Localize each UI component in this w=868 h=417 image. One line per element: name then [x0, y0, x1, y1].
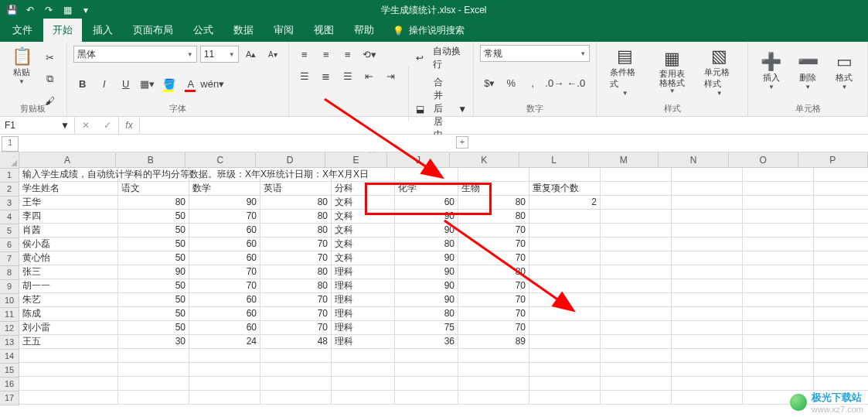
- cell-A9[interactable]: 胡一一: [19, 279, 118, 293]
- cell-E12[interactable]: 理科: [332, 321, 395, 335]
- align-left-icon[interactable]: ☰: [295, 67, 314, 85]
- column-header-B[interactable]: B: [116, 152, 186, 168]
- cell-M14[interactable]: [601, 349, 672, 363]
- border-button[interactable]: ▦▾: [138, 75, 157, 94]
- row-header-12[interactable]: 12: [0, 322, 19, 336]
- cut-icon[interactable]: ✂: [40, 48, 59, 67]
- cell-P10[interactable]: [814, 293, 868, 307]
- cell-B4[interactable]: 50: [118, 210, 189, 224]
- cell-O5[interactable]: [743, 224, 814, 238]
- percent-format-icon[interactable]: %: [502, 74, 520, 93]
- cell-A5[interactable]: 肖茜: [19, 224, 118, 238]
- row-header-10[interactable]: 10: [0, 294, 19, 308]
- cell-K8[interactable]: 80: [458, 265, 529, 279]
- cell-E13[interactable]: 理科: [332, 335, 395, 349]
- align-bottom-icon[interactable]: ≡: [339, 45, 357, 63]
- cell-O7[interactable]: [743, 251, 814, 265]
- cell-B6[interactable]: 50: [118, 238, 189, 251]
- cell-D9[interactable]: 80: [260, 279, 332, 293]
- outline-level-1[interactable]: 1: [2, 136, 19, 152]
- cell-C12[interactable]: 60: [189, 321, 260, 335]
- cell-C6[interactable]: 60: [189, 238, 260, 251]
- cell-A3[interactable]: 王华: [19, 196, 118, 210]
- cell-K11[interactable]: 70: [458, 307, 529, 321]
- cell-D14[interactable]: [260, 349, 332, 363]
- tab-view[interactable]: 视图: [305, 19, 343, 42]
- cell-K7[interactable]: 70: [458, 251, 529, 265]
- cell-N1[interactable]: [672, 168, 743, 182]
- fill-color-button[interactable]: 🪣: [160, 75, 179, 94]
- format-as-table-button[interactable]: ▦ 套用表格格式▼: [657, 47, 688, 94]
- cell-B14[interactable]: [118, 349, 189, 363]
- cell-L9[interactable]: [529, 279, 601, 293]
- cell-A1[interactable]: 输入学生成绩，自动统计学科的平均分等数据。班级：X年X班统计日期：X年X月X日: [19, 168, 118, 182]
- cell-C14[interactable]: [189, 349, 260, 363]
- cell-K12[interactable]: 70: [458, 321, 529, 335]
- cell-B16[interactable]: [118, 377, 189, 391]
- cell-J8[interactable]: 90: [395, 265, 458, 279]
- cell-O16[interactable]: [743, 377, 814, 391]
- cell-N3[interactable]: [672, 196, 743, 210]
- cell-O15[interactable]: [743, 363, 814, 377]
- cell-N11[interactable]: [672, 307, 743, 321]
- cell-L2[interactable]: 重复项个数: [529, 182, 601, 196]
- cell-N10[interactable]: [672, 293, 743, 307]
- cell-A6[interactable]: 侯小磊: [19, 238, 118, 251]
- tab-formulas[interactable]: 公式: [184, 19, 223, 42]
- cell-M9[interactable]: [601, 279, 672, 293]
- cell-K17[interactable]: [458, 391, 529, 405]
- cell-C10[interactable]: 60: [189, 293, 260, 307]
- cell-J14[interactable]: [395, 349, 458, 363]
- cell-P7[interactable]: [814, 251, 868, 265]
- italic-button[interactable]: I: [95, 75, 114, 94]
- tab-home[interactable]: 开始: [43, 19, 82, 42]
- cell-M17[interactable]: [601, 391, 672, 405]
- underline-button[interactable]: U: [117, 75, 135, 94]
- undo-icon[interactable]: ↶: [23, 3, 37, 17]
- cell-J15[interactable]: [395, 363, 458, 377]
- cell-M15[interactable]: [601, 363, 672, 377]
- cell-B9[interactable]: 50: [118, 279, 189, 293]
- cell-O10[interactable]: [743, 293, 814, 307]
- outline-expand-button[interactable]: +: [456, 136, 468, 149]
- cell-P2[interactable]: [814, 182, 868, 196]
- cell-N15[interactable]: [672, 363, 743, 377]
- cell-C2[interactable]: 数学: [189, 182, 260, 196]
- comma-format-icon[interactable]: ,: [523, 74, 542, 93]
- row-header-5[interactable]: 5: [0, 224, 19, 238]
- cell-J4[interactable]: 90: [395, 210, 458, 224]
- cell-A7[interactable]: 黄心怡: [19, 251, 118, 265]
- cell-D8[interactable]: 80: [260, 265, 332, 279]
- cell-N7[interactable]: [672, 251, 743, 265]
- cell-D4[interactable]: 80: [260, 210, 332, 224]
- delete-cells-button[interactable]: ➖ 删除▼: [792, 50, 823, 91]
- column-header-K[interactable]: K: [450, 152, 519, 168]
- cell-M2[interactable]: [601, 182, 672, 196]
- cell-P13[interactable]: [814, 335, 868, 349]
- align-top-icon[interactable]: ≡: [295, 45, 314, 63]
- insert-cells-button[interactable]: ➕ 插入▼: [756, 50, 787, 91]
- cell-D15[interactable]: [260, 363, 332, 377]
- cell-B17[interactable]: [118, 391, 189, 405]
- cell-D5[interactable]: 80: [260, 224, 332, 238]
- cell-L14[interactable]: [529, 349, 601, 363]
- cell-L6[interactable]: [529, 238, 601, 251]
- accounting-format-icon[interactable]: $▾: [480, 74, 499, 93]
- cell-N14[interactable]: [672, 349, 743, 363]
- cell-L10[interactable]: [529, 293, 601, 307]
- cell-grid[interactable]: 输入学生成绩，自动统计学科的平均分等数据。班级：X年X班统计日期：X年X月X日学…: [19, 168, 868, 405]
- row-header-6[interactable]: 6: [0, 238, 19, 252]
- cell-O4[interactable]: [743, 210, 814, 224]
- cell-O6[interactable]: [743, 238, 814, 251]
- cell-C4[interactable]: 70: [189, 210, 260, 224]
- cell-P12[interactable]: [814, 321, 868, 335]
- tab-review[interactable]: 审阅: [264, 19, 303, 42]
- cell-P15[interactable]: [814, 363, 868, 377]
- cell-D16[interactable]: [260, 377, 332, 391]
- row-header-7[interactable]: 7: [0, 252, 19, 266]
- cell-N17[interactable]: [672, 391, 743, 405]
- fx-icon[interactable]: fx: [119, 117, 140, 134]
- redo-icon[interactable]: ↷: [42, 3, 56, 17]
- cell-P16[interactable]: [814, 377, 868, 391]
- cancel-formula-icon[interactable]: ✕: [75, 120, 97, 131]
